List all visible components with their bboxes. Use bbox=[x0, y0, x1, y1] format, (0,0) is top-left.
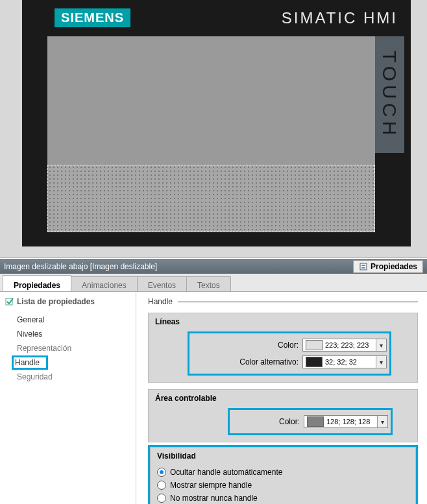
list-icon bbox=[5, 297, 14, 306]
area-color-swatch bbox=[307, 416, 324, 427]
siemens-logo: SIEMENS bbox=[55, 8, 130, 27]
properties-sidebar: Lista de propiedades General Niveles Rep… bbox=[0, 292, 136, 504]
panel-lineas: Líneas Color: 223; 223; 223 ▾ Color alte… bbox=[148, 313, 418, 383]
radio-icon bbox=[157, 468, 166, 477]
panel-area: Área controlable Color: 128; 128; 128 ▾ bbox=[148, 389, 418, 442]
tab-textos[interactable]: Textos bbox=[186, 276, 231, 291]
slide-in-overlay[interactable] bbox=[47, 165, 375, 232]
properties-sidebar-header: Lista de propiedades bbox=[0, 294, 136, 309]
lineas-alt-input[interactable]: 32; 32; 32 ▾ bbox=[302, 355, 387, 368]
context-title: Imagen deslizable abajo [Imagen deslizab… bbox=[4, 262, 157, 271]
lineas-color-value: 223; 223; 223 bbox=[325, 341, 376, 349]
lineas-color-input[interactable]: 223; 223; 223 ▾ bbox=[302, 339, 387, 352]
hmi-preview: SIEMENS SIMATIC HMI TOUCH bbox=[0, 0, 427, 258]
touch-text: TOUCH bbox=[379, 51, 401, 139]
lineas-color-label: Color: bbox=[192, 341, 302, 350]
device-header: SIEMENS SIMATIC HMI bbox=[22, 0, 411, 36]
inspector-tabs: Propiedades bbox=[353, 260, 423, 273]
svg-rect-1 bbox=[361, 265, 365, 266]
properties-icon bbox=[359, 262, 368, 271]
lineas-alt-swatch bbox=[306, 357, 323, 367]
radio-icon bbox=[157, 494, 166, 503]
sidebar-item-seguridad[interactable]: Seguridad bbox=[12, 370, 58, 384]
radio-icon bbox=[157, 481, 166, 490]
svg-rect-2 bbox=[361, 267, 365, 269]
panel-visibilidad: Visibilidad Ocultar handle automáticamen… bbox=[150, 447, 416, 504]
visibility-option-auto[interactable]: Ocultar handle automáticamente bbox=[157, 466, 409, 479]
area-color-value: 128; 128; 128 bbox=[326, 418, 377, 426]
sidebar-item-niveles[interactable]: Niveles bbox=[12, 327, 47, 341]
lineas-alt-value: 32; 32; 32 bbox=[325, 358, 376, 366]
section-handle-title: Handle bbox=[148, 297, 418, 306]
area-color-input[interactable]: 128; 128; 128 ▾ bbox=[304, 415, 388, 428]
tab-propiedades[interactable]: Propiedades bbox=[3, 275, 71, 291]
lineas-alt-dropdown[interactable]: ▾ bbox=[376, 356, 386, 368]
lineas-color-swatch bbox=[306, 340, 323, 350]
inspector-tab-properties[interactable]: Propiedades bbox=[353, 260, 423, 273]
panel-visibilidad-title: Visibilidad bbox=[157, 451, 409, 461]
chevron-down-icon: ▾ bbox=[380, 342, 383, 349]
properties-body: Lista de propiedades General Niveles Rep… bbox=[0, 292, 427, 504]
visibility-option-never[interactable]: No mostrar nunca handle bbox=[157, 492, 409, 504]
properties-main: Handle Líneas Color: 223; 223; 223 ▾ Col… bbox=[136, 292, 427, 504]
tab-eventos[interactable]: Eventos bbox=[137, 276, 187, 291]
panel-lineas-title: Líneas bbox=[155, 317, 411, 326]
visibility-option-label: Mostrar siempre handle bbox=[170, 481, 252, 490]
sidebar-list: General Niveles Representación Handle Se… bbox=[0, 309, 136, 384]
context-bar: Imagen deslizable abajo [Imagen deslizab… bbox=[0, 258, 427, 274]
svg-rect-0 bbox=[360, 263, 367, 270]
panel-visibilidad-highlight: Visibilidad Ocultar handle automáticamen… bbox=[148, 445, 418, 504]
sidebar-item-representacion[interactable]: Representación bbox=[12, 341, 77, 355]
main-tab-bar: Propiedades Animaciones Eventos Textos bbox=[0, 274, 427, 292]
sidebar-item-general[interactable]: General bbox=[12, 313, 50, 327]
chevron-down-icon: ▾ bbox=[381, 418, 384, 426]
visibility-option-always[interactable]: Mostrar siempre handle bbox=[157, 479, 409, 492]
visibility-option-label: No mostrar nunca handle bbox=[170, 494, 258, 503]
visibility-option-label: Ocultar handle automáticamente bbox=[170, 468, 282, 477]
inspector-tab-label: Propiedades bbox=[371, 262, 417, 271]
panel-area-title: Área controlable bbox=[155, 394, 411, 403]
chevron-down-icon: ▾ bbox=[380, 359, 383, 366]
lineas-color-dropdown[interactable]: ▾ bbox=[376, 339, 386, 351]
touch-stripe: TOUCH bbox=[375, 36, 404, 153]
sidebar-item-handle[interactable]: Handle bbox=[12, 355, 48, 370]
lineas-alt-label: Color alternativo: bbox=[192, 357, 302, 366]
simatic-hmi-label: SIMATIC HMI bbox=[282, 9, 398, 27]
sidebar-header-label: Lista de propiedades bbox=[17, 297, 95, 306]
area-color-label: Color: bbox=[232, 417, 304, 426]
area-color-dropdown[interactable]: ▾ bbox=[377, 416, 387, 427]
tab-animaciones[interactable]: Animaciones bbox=[71, 276, 138, 291]
hmi-screen[interactable] bbox=[47, 36, 375, 232]
